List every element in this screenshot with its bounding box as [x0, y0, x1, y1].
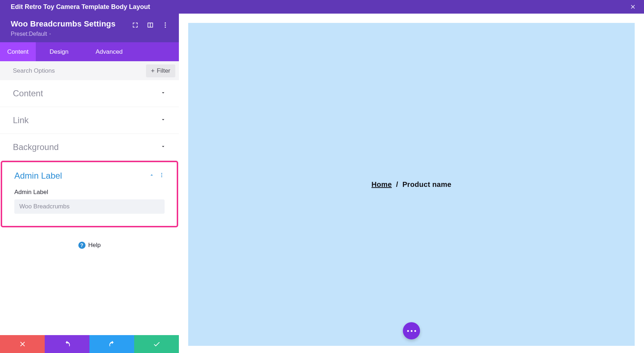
panel-title: Woo Breadcrumbs Settings — [11, 19, 131, 29]
redo-icon — [108, 340, 116, 348]
breadcrumb: Home / Product name — [371, 180, 451, 189]
section-title[interactable]: Admin Label — [14, 171, 62, 181]
preset-prefix: Preset: — [11, 31, 29, 37]
svg-point-2 — [165, 26, 166, 28]
settings-panel: Woo Breadcrumbs Settings Preset: Default… — [0, 14, 179, 353]
section-content[interactable]: Content — [0, 80, 179, 107]
cancel-icon — [19, 340, 26, 348]
section-link[interactable]: Link — [0, 107, 179, 134]
chevron-up-icon — [149, 172, 155, 178]
chevron-down-icon — [160, 117, 166, 124]
tab-content[interactable]: Content — [0, 42, 36, 61]
filter-label: Filter — [157, 67, 170, 74]
filter-button[interactable]: + Filter — [146, 64, 175, 77]
chevron-down-icon — [160, 90, 166, 97]
section-title: Link — [13, 115, 29, 125]
more-vertical-icon — [162, 21, 169, 29]
check-icon — [153, 340, 161, 348]
close-icon — [630, 4, 636, 10]
svg-point-1 — [165, 24, 166, 25]
more-horizontal-icon — [407, 330, 416, 332]
breadcrumb-product: Product name — [402, 180, 452, 188]
svg-point-0 — [165, 23, 166, 24]
close-button[interactable] — [630, 0, 636, 14]
top-bar: Edit Retro Toy Camera Template Body Layo… — [0, 0, 644, 14]
preview-area: Home / Product name — [179, 14, 644, 353]
panel-header: Woo Breadcrumbs Settings Preset: Default — [0, 14, 179, 42]
tabs: Content Design Advanced — [0, 42, 179, 61]
tab-design[interactable]: Design — [36, 42, 82, 61]
section-more-button[interactable] — [159, 172, 165, 179]
preview-canvas: Home / Product name — [188, 23, 635, 346]
preset-value: Default — [29, 31, 47, 37]
chevron-down-icon — [160, 144, 166, 151]
top-bar-title: Edit Retro Toy Camera Template Body Layo… — [11, 3, 150, 11]
plus-icon: + — [151, 68, 155, 74]
svg-point-5 — [161, 176, 162, 177]
help-button[interactable]: ? Help — [0, 242, 179, 249]
svg-point-3 — [161, 173, 162, 174]
expand-button[interactable] — [131, 21, 140, 29]
columns-icon — [147, 21, 154, 29]
split-columns-button[interactable] — [146, 21, 155, 29]
floating-action-button[interactable] — [403, 322, 420, 339]
field-label: Admin Label — [14, 189, 165, 196]
undo-icon — [63, 340, 71, 348]
help-icon: ? — [78, 242, 86, 249]
panel-more-button[interactable] — [161, 21, 170, 29]
caret-down-icon — [48, 31, 52, 37]
breadcrumb-home-link[interactable]: Home — [371, 180, 392, 188]
action-bar — [0, 335, 179, 353]
section-admin-label: Admin Label Admin Label — [1, 161, 178, 227]
tab-advanced[interactable]: Advanced — [82, 42, 136, 61]
admin-label-input[interactable] — [14, 199, 165, 214]
more-vertical-icon — [159, 172, 165, 178]
collapse-button[interactable] — [149, 172, 155, 179]
section-background[interactable]: Background — [0, 134, 179, 161]
section-title: Content — [13, 88, 43, 98]
redo-button[interactable] — [89, 335, 134, 353]
search-row: + Filter — [0, 61, 179, 80]
breadcrumb-separator: / — [394, 180, 400, 188]
section-title: Background — [13, 142, 59, 152]
cancel-button[interactable] — [0, 335, 45, 353]
search-input[interactable] — [13, 67, 146, 74]
svg-point-4 — [161, 175, 162, 176]
save-button[interactable] — [134, 335, 179, 353]
help-label: Help — [88, 242, 101, 249]
undo-button[interactable] — [45, 335, 89, 353]
expand-icon — [132, 21, 139, 29]
preset-selector[interactable]: Preset: Default — [11, 31, 131, 37]
